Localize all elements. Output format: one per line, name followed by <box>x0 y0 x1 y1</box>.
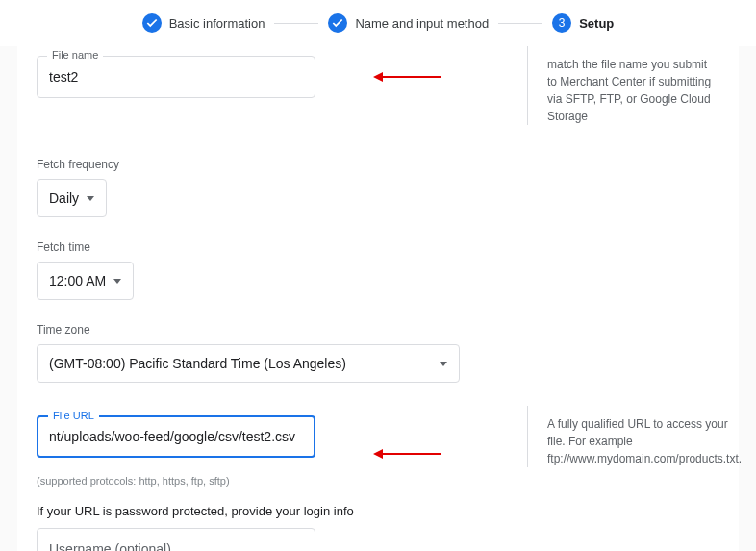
auth-prompt: If your URL is password protected, provi… <box>37 504 719 518</box>
annotation-arrow <box>373 449 441 459</box>
step-number-badge: 3 <box>552 13 571 33</box>
check-icon <box>328 13 347 33</box>
time-zone-select[interactable]: (GMT-08:00) Pacific Standard Time (Los A… <box>37 344 460 383</box>
step-setup[interactable]: 3 Setup <box>552 13 614 33</box>
time-zone-value: (GMT-08:00) Pacific Standard Time (Los A… <box>49 356 346 371</box>
file-name-field[interactable]: File name <box>37 56 315 98</box>
annotation-arrow <box>373 72 441 82</box>
username-input[interactable] <box>49 541 303 551</box>
file-url-input[interactable] <box>49 429 303 444</box>
step-label: Setup <box>579 16 614 31</box>
check-icon <box>142 13 162 33</box>
file-url-label: File URL <box>48 410 99 421</box>
step-label: Name and input method <box>355 16 489 31</box>
supported-protocols-hint: (supported protocols: http, https, ftp, … <box>37 475 719 487</box>
file-name-input[interactable] <box>49 69 303 85</box>
fetch-frequency-label: Fetch frequency <box>37 158 719 171</box>
chevron-down-icon <box>87 196 94 201</box>
progress-stepper: Basic information Name and input method … <box>0 0 756 46</box>
fetch-time-value: 12:00 AM <box>49 273 106 288</box>
file-name-label: File name <box>47 49 103 61</box>
fetch-time-select[interactable]: 12:00 AM <box>37 262 134 300</box>
chevron-down-icon <box>113 279 121 284</box>
file-url-help: A fully qualified URL to access your fil… <box>527 406 742 467</box>
step-divider <box>274 23 318 24</box>
file-url-field[interactable]: File URL <box>37 415 315 458</box>
fetch-time-label: Fetch time <box>37 240 719 254</box>
step-label: Basic information <box>169 16 265 31</box>
chevron-down-icon <box>440 362 447 366</box>
step-divider <box>498 23 542 24</box>
fetch-frequency-select[interactable]: Daily <box>37 179 107 217</box>
step-basic-information[interactable]: Basic information <box>142 13 265 33</box>
time-zone-label: Time zone <box>37 323 719 337</box>
step-name-and-input-method[interactable]: Name and input method <box>328 13 489 33</box>
file-name-help: match the file name you submit to Mercha… <box>527 46 719 125</box>
fetch-frequency-value: Daily <box>49 190 79 206</box>
username-field[interactable] <box>37 528 315 551</box>
